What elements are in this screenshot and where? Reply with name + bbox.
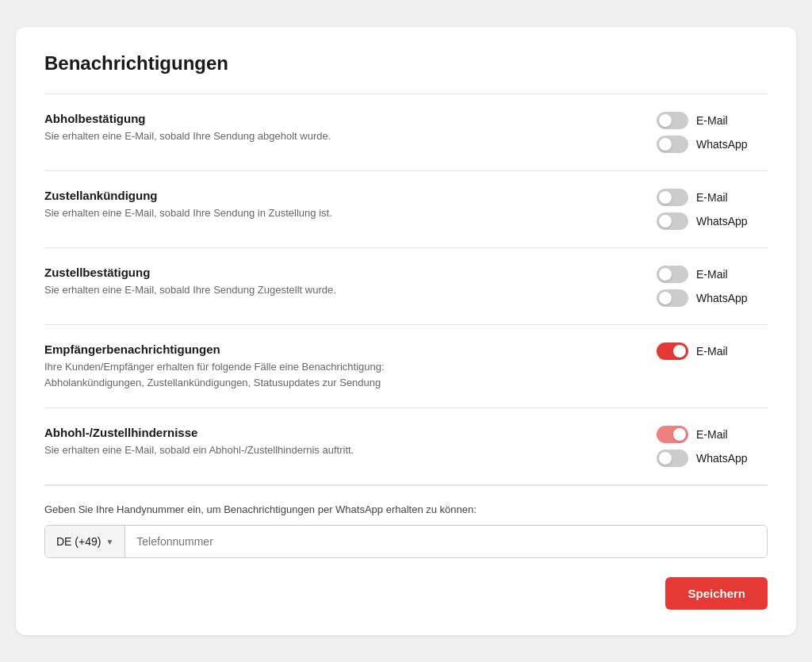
section-empfaengerbenachrichtigungen: EmpfängerbenachrichtigungenIhre Kunden/E…	[44, 325, 768, 408]
phone-input[interactable]	[125, 526, 767, 557]
whatsapp-label-abhohl-zustellhindernisse: WhatsApp	[696, 452, 748, 465]
section-right-empfaengerbenachrichtigungen: E-Mail	[641, 342, 768, 360]
section-right-zustellbestaetigung: E-MailWhatsApp	[641, 266, 768, 307]
section-abholbestaetigung: AbholbestätigungSie erhalten eine E-Mail…	[44, 94, 768, 170]
email-label-zustellankuendigung: E-Mail	[696, 191, 728, 204]
email-toggle-empfaengerbenachrichtigungen[interactable]	[657, 342, 688, 360]
section-left-zustellbestaetigung: ZustellbestätigungSie erhalten eine E-Ma…	[44, 266, 584, 298]
section-left-empfaengerbenachrichtigungen: EmpfängerbenachrichtigungenIhre Kunden/E…	[44, 342, 584, 390]
whatsapp-label-zustellankuendigung: WhatsApp	[696, 215, 748, 228]
whatsapp-toggle-row-zustellankuendigung: WhatsApp	[657, 212, 748, 230]
email-label-zustellbestaetigung: E-Mail	[696, 268, 728, 281]
section-left-abholbestaetigung: AbholbestätigungSie erhalten eine E-Mail…	[44, 112, 584, 144]
section-desc-abholbestaetigung: Sie erhalten eine E-Mail, sobald Ihre Se…	[44, 128, 584, 144]
whatsapp-toggle-abholbestaetigung[interactable]	[657, 136, 688, 153]
email-toggle-zustellankuendigung[interactable]	[657, 189, 688, 206]
section-left-abhohl-zustellhindernisse: Abhohl-/ZustellhindernisseSie erhalten e…	[44, 426, 584, 458]
section-title-zustellbestaetigung: Zustellbestätigung	[44, 266, 584, 279]
whatsapp-toggle-row-zustellbestaetigung: WhatsApp	[657, 289, 748, 307]
email-label-abhohl-zustellhindernisse: E-Mail	[696, 428, 728, 441]
email-toggle-abhohl-zustellhindernisse[interactable]	[657, 426, 688, 443]
section-title-empfaengerbenachrichtigungen: Empfängerbenachrichtigungen	[44, 342, 584, 356]
section-right-abhohl-zustellhindernisse: E-MailWhatsApp	[641, 426, 768, 467]
whatsapp-label-zustellbestaetigung: WhatsApp	[696, 292, 748, 304]
page-title: Benachrichtigungen	[44, 52, 768, 75]
section-desc-abhohl-zustellhindernisse: Sie erhalten eine E-Mail, sobald ein Abh…	[44, 442, 584, 458]
country-select[interactable]: DE (+49) ▼	[45, 526, 125, 557]
email-label-abholbestaetigung: E-Mail	[696, 114, 728, 127]
whatsapp-toggle-row-abholbestaetigung: WhatsApp	[657, 136, 748, 153]
section-zustellbestaetigung: ZustellbestätigungSie erhalten eine E-Ma…	[44, 248, 768, 324]
whatsapp-toggle-zustellankuendigung[interactable]	[657, 212, 688, 230]
sections-container: AbholbestätigungSie erhalten eine E-Mail…	[44, 94, 768, 485]
footer-row: Speichern	[44, 558, 768, 610]
email-toggle-row-zustellankuendigung: E-Mail	[657, 189, 728, 206]
phone-section: Geben Sie Ihre Handynummer ein, um Benac…	[44, 486, 768, 558]
whatsapp-label-abholbestaetigung: WhatsApp	[696, 138, 748, 151]
country-code-label: DE (+49)	[56, 535, 101, 548]
section-desc-empfaengerbenachrichtigungen: Ihre Kunden/Empfänger erhalten für folge…	[44, 359, 584, 390]
whatsapp-toggle-zustellbestaetigung[interactable]	[657, 289, 688, 307]
section-abhohl-zustellhindernisse: Abhohl-/ZustellhindernisseSie erhalten e…	[44, 408, 768, 484]
section-desc-zustellankuendigung: Sie erhalten eine E-Mail, sobald Ihre Se…	[44, 205, 584, 221]
email-toggle-zustellbestaetigung[interactable]	[657, 266, 688, 283]
email-label-empfaengerbenachrichtigungen: E-Mail	[696, 345, 728, 358]
whatsapp-toggle-abhohl-zustellhindernisse[interactable]	[657, 450, 688, 467]
email-toggle-row-abhohl-zustellhindernisse: E-Mail	[657, 426, 728, 443]
section-right-abholbestaetigung: E-MailWhatsApp	[641, 112, 768, 153]
email-toggle-row-zustellbestaetigung: E-Mail	[657, 266, 728, 283]
whatsapp-toggle-row-abhohl-zustellhindernisse: WhatsApp	[657, 450, 748, 467]
notifications-card: Benachrichtigungen AbholbestätigungSie e…	[16, 27, 796, 635]
section-title-zustellankuendigung: Zustellankündigung	[44, 189, 584, 202]
section-left-zustellankuendigung: ZustellankündigungSie erhalten eine E-Ma…	[44, 189, 584, 221]
chevron-down-icon: ▼	[105, 538, 113, 546]
save-button[interactable]: Speichern	[665, 577, 768, 610]
email-toggle-row-empfaengerbenachrichtigungen: E-Mail	[657, 342, 728, 360]
phone-input-row: DE (+49) ▼	[44, 525, 768, 558]
section-title-abholbestaetigung: Abholbestätigung	[44, 112, 584, 125]
section-desc-zustellbestaetigung: Sie erhalten eine E-Mail, sobald Ihre Se…	[44, 282, 584, 298]
email-toggle-row-abholbestaetigung: E-Mail	[657, 112, 728, 129]
section-zustellankuendigung: ZustellankündigungSie erhalten eine E-Ma…	[44, 171, 768, 247]
section-right-zustellankuendigung: E-MailWhatsApp	[641, 189, 768, 230]
section-title-abhohl-zustellhindernisse: Abhohl-/Zustellhindernisse	[44, 426, 584, 439]
phone-label: Geben Sie Ihre Handynummer ein, um Benac…	[44, 503, 768, 515]
email-toggle-abholbestaetigung[interactable]	[657, 112, 688, 129]
